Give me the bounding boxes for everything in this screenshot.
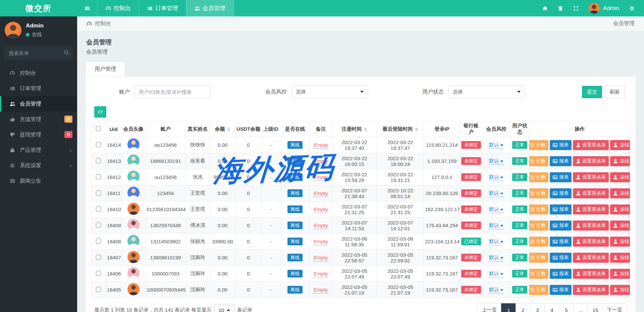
freeze-button[interactable]: 冻结 xyxy=(610,172,630,182)
page-button-15[interactable]: 15 xyxy=(588,303,603,312)
sort-carets-icon[interactable] xyxy=(364,127,367,131)
home-icon[interactable] xyxy=(542,6,548,11)
refresh-button[interactable]: 刷新 xyxy=(605,86,625,98)
remark-link[interactable]: Empty xyxy=(314,206,328,213)
remark-link[interactable]: Empty xyxy=(314,190,328,197)
score-button[interactable]: 分数 xyxy=(529,172,548,182)
status-filter-select[interactable]: 选择 xyxy=(448,85,525,98)
select-all-header[interactable] xyxy=(91,121,106,137)
select-all-checkbox[interactable] xyxy=(96,126,101,131)
freeze-button[interactable]: 冻结 xyxy=(610,253,630,263)
score-button[interactable]: 分数 xyxy=(529,221,548,231)
sidebar-item-充值管理[interactable]: 充值管理0 xyxy=(0,112,77,127)
top-nav-订单管理[interactable]: 订单管理 xyxy=(139,0,186,16)
row-checkbox[interactable] xyxy=(96,190,101,195)
risk-dropdown-link[interactable]: 默认 xyxy=(489,174,503,181)
blacklist-button[interactable]: 设置黑名单 xyxy=(573,156,609,166)
report-button[interactable]: 报表 xyxy=(550,188,572,198)
page-button-...[interactable]: ... xyxy=(573,303,588,312)
remark-link[interactable]: Empty xyxy=(314,255,328,261)
sidebar-item-会员管理[interactable]: 会员管理 xyxy=(0,96,77,112)
sidebar-item-提现管理[interactable]: 提现管理0 xyxy=(0,127,77,142)
top-nav-会员管理[interactable]: 会员管理 xyxy=(186,0,234,16)
row-checkbox[interactable] xyxy=(96,142,101,147)
blacklist-button[interactable]: 设置黑名单 xyxy=(573,269,609,279)
report-button[interactable]: 报表 xyxy=(550,237,572,247)
risk-dropdown-link[interactable]: 默认 xyxy=(489,158,503,165)
report-button[interactable]: 报表 xyxy=(550,172,572,182)
page-button-5[interactable]: 5 xyxy=(559,303,574,312)
report-button[interactable]: 报表 xyxy=(550,285,572,295)
blacklist-button[interactable]: 设置黑名单 xyxy=(573,285,609,295)
score-button[interactable]: 分数 xyxy=(529,285,548,295)
tab-user-management[interactable]: 用户管理 xyxy=(86,62,125,76)
score-button[interactable]: 分数 xyxy=(529,188,548,198)
remark-link[interactable]: Empty xyxy=(314,142,328,149)
page-button-下一页[interactable]: 下一页 xyxy=(602,303,627,312)
row-checkbox[interactable] xyxy=(96,158,101,163)
page-button-4[interactable]: 4 xyxy=(544,303,559,312)
risk-dropdown-link[interactable]: 默认 xyxy=(489,254,503,261)
top-nav-控制台[interactable]: 控制台 xyxy=(97,0,139,16)
column-header-余额[interactable]: 余额 xyxy=(210,121,235,137)
sort-carets-icon[interactable] xyxy=(415,127,418,131)
score-button[interactable]: 分数 xyxy=(529,253,548,263)
report-button[interactable]: 报表 xyxy=(550,204,572,214)
freeze-button[interactable]: 冻结 xyxy=(610,140,630,150)
sidebar-item-控制台[interactable]: 控制台 xyxy=(0,65,77,81)
remark-link[interactable]: Empty xyxy=(314,158,328,165)
column-header-最后登陆时间[interactable]: 最后登陆时间 xyxy=(377,121,424,137)
blacklist-button[interactable]: 设置黑名单 xyxy=(573,188,609,198)
remark-link[interactable]: Empty xyxy=(314,174,328,181)
freeze-button[interactable]: 冻结 xyxy=(610,269,630,279)
search-icon[interactable] xyxy=(64,50,69,55)
sidebar-item-系统设置[interactable]: 系统设置‹ xyxy=(0,158,77,173)
sidebar-search-input[interactable] xyxy=(4,46,73,60)
freeze-button[interactable]: 冻结 xyxy=(610,221,630,231)
freeze-button[interactable]: 冻结 xyxy=(610,285,630,295)
row-checkbox[interactable] xyxy=(96,287,101,292)
page-button-3[interactable]: 3 xyxy=(530,303,545,312)
blacklist-button[interactable]: 设置黑名单 xyxy=(573,172,609,182)
page-button-1[interactable]: 1 xyxy=(501,303,516,312)
sidebar-item-产品管理[interactable]: 产品管理‹ xyxy=(0,142,77,158)
blacklist-button[interactable]: 设置黑名单 xyxy=(573,253,609,263)
admin-menu[interactable]: Admin xyxy=(589,3,619,14)
score-button[interactable]: 分数 xyxy=(529,156,548,166)
row-checkbox[interactable] xyxy=(96,239,101,244)
score-button[interactable]: 分数 xyxy=(529,237,548,247)
freeze-button[interactable]: 冻结 xyxy=(610,237,630,247)
blacklist-button[interactable]: 设置黑名单 xyxy=(573,221,609,231)
row-checkbox[interactable] xyxy=(96,271,101,276)
blacklist-button[interactable]: 设置黑名单 xyxy=(573,237,609,247)
row-checkbox[interactable] xyxy=(96,174,101,179)
score-button[interactable]: 分数 xyxy=(529,204,548,214)
report-button[interactable]: 报表 xyxy=(550,140,572,150)
settings-gear-icon[interactable] xyxy=(629,6,635,11)
remark-link[interactable]: Empty xyxy=(314,287,328,294)
risk-dropdown-link[interactable]: 默认 xyxy=(489,238,503,245)
sort-carets-icon[interactable] xyxy=(227,127,230,131)
column-header-注册时间[interactable]: 注册时间 xyxy=(332,121,377,137)
report-button[interactable]: 报表 xyxy=(550,253,572,263)
submit-button[interactable]: 提交 xyxy=(582,86,602,98)
report-button[interactable]: 报表 xyxy=(550,221,572,231)
risk-dropdown-link[interactable]: 默认 xyxy=(489,190,503,197)
freeze-button[interactable]: 冻结 xyxy=(610,156,630,166)
row-checkbox[interactable] xyxy=(96,206,101,211)
page-button-2[interactable]: 2 xyxy=(516,303,530,312)
sidebar-profile[interactable]: Admin 在线 xyxy=(0,16,77,42)
risk-filter-select[interactable]: 选择 xyxy=(291,85,368,98)
row-checkbox[interactable] xyxy=(96,223,101,228)
blacklist-button[interactable]: 设置黑名单 xyxy=(573,204,609,214)
page-size-select[interactable]: 10 xyxy=(214,304,234,312)
risk-dropdown-link[interactable]: 默认 xyxy=(489,287,503,294)
risk-dropdown-link[interactable]: 默认 xyxy=(489,142,503,149)
remark-link[interactable]: Empty xyxy=(314,271,328,277)
remark-link[interactable]: Empty xyxy=(314,239,328,245)
fullscreen-icon[interactable] xyxy=(573,6,579,11)
row-checkbox[interactable] xyxy=(96,255,101,260)
risk-dropdown-link[interactable]: 默认 xyxy=(489,222,503,229)
report-button[interactable]: 报表 xyxy=(550,156,572,166)
sidebar-item-新闻公告[interactable]: 新闻公告 xyxy=(0,173,77,189)
